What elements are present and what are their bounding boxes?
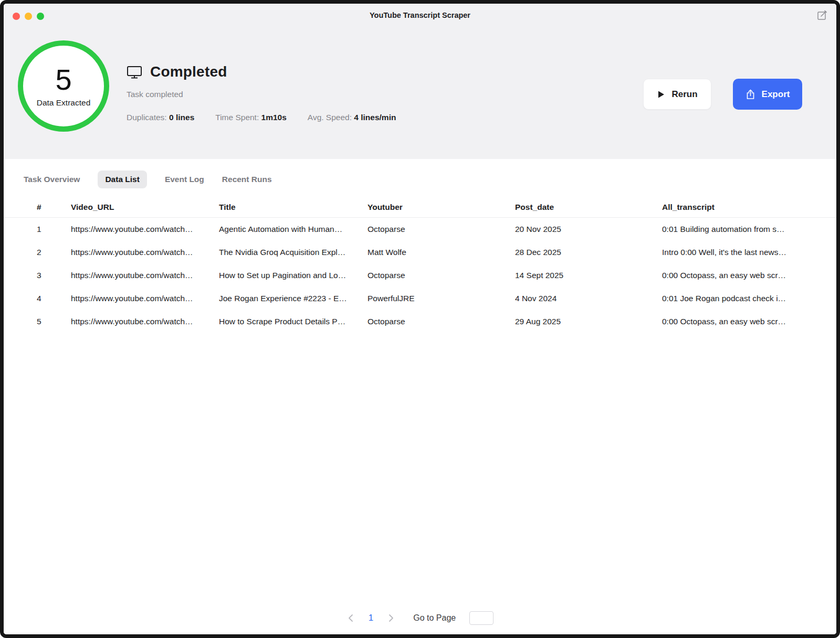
table-cell: Agentic Automation with Human… <box>219 225 368 234</box>
export-label: Export <box>762 89 790 100</box>
table-cell: 0:01 Building automation from s… <box>662 225 836 234</box>
table-cell: 14 Sept 2025 <box>515 271 662 280</box>
app-window: YouTube Transcript Scraper 5 Data Extrac… <box>0 0 840 638</box>
table-cell: 0:01 Joe Rogan podcast check i… <box>662 294 836 303</box>
rerun-label: Rerun <box>671 89 697 100</box>
tab-task-overview[interactable]: Task Overview <box>24 171 80 188</box>
export-share-icon <box>746 89 755 100</box>
play-icon <box>657 90 665 99</box>
window-title: YouTube Transcript Scraper <box>4 4 836 27</box>
tab-recent-runs[interactable]: Recent Runs <box>222 171 272 188</box>
tab-event-log[interactable]: Event Log <box>165 171 204 188</box>
table-row[interactable]: 1https://www.youtube.com/watch…Agentic A… <box>4 218 836 241</box>
status-row: Completed <box>127 63 227 80</box>
summary-header: 5 Data Extracted Completed Task complete… <box>4 27 836 159</box>
tab-bar: Task Overview Data List Event Log Recent… <box>4 159 836 188</box>
main-content: Task Overview Data List Event Log Recent… <box>4 159 836 634</box>
table-cell: How to Set up Pagination and Lo… <box>219 271 368 280</box>
col-header-youtuber: Youtuber <box>368 203 515 212</box>
table-header-row: # Video_URL Title Youtuber Post_date All… <box>4 197 836 218</box>
tab-data-list[interactable]: Data List <box>98 171 146 188</box>
table-cell: https://www.youtube.com/watch… <box>71 294 219 303</box>
go-to-page-input[interactable] <box>469 611 494 625</box>
rerun-button[interactable]: Rerun <box>643 79 711 110</box>
stat-label: Time Spent: <box>215 113 259 122</box>
table-cell: 20 Nov 2025 <box>515 225 662 234</box>
col-header-index: # <box>37 203 71 212</box>
table-cell: 28 Dec 2025 <box>515 248 662 257</box>
col-header-all-transcript: All_transcript <box>662 203 836 212</box>
table-cell: https://www.youtube.com/watch… <box>71 317 219 326</box>
table-cell: 29 Aug 2025 <box>515 317 662 326</box>
stat-label: Duplicates: <box>127 113 167 122</box>
table-cell: Intro 0:00 Well, it's the last news… <box>662 248 836 257</box>
table-cell: Joe Rogan Experience #2223 - E… <box>219 294 368 303</box>
table-cell: Octoparse <box>368 317 515 326</box>
table-cell: 0:00 Octopass, an easy web scr… <box>662 271 836 280</box>
status-title: Completed <box>150 63 227 80</box>
table-cell: https://www.youtube.com/watch… <box>71 271 219 280</box>
data-table: # Video_URL Title Youtuber Post_date All… <box>4 197 836 333</box>
export-button[interactable]: Export <box>733 79 802 110</box>
stats-line: Duplicates: 0 lines Time Spent: 1m10s Av… <box>127 113 396 122</box>
table-cell: 4 <box>37 294 71 303</box>
table-cell: https://www.youtube.com/watch… <box>71 248 219 257</box>
table-cell: PowerfulJRE <box>368 294 515 303</box>
table-cell: 4 Nov 2024 <box>515 294 662 303</box>
pagination: 1 Go to Page <box>4 611 836 625</box>
col-header-post-date: Post_date <box>515 203 662 212</box>
data-extracted-count: 5 <box>55 65 71 94</box>
stat-time-spent: Time Spent: 1m10s <box>215 113 287 122</box>
stat-avg-speed: Avg. Speed: 4 lines/min <box>308 113 396 122</box>
table-row[interactable]: 3https://www.youtube.com/watch…How to Se… <box>4 264 836 287</box>
edit-task-icon[interactable] <box>816 9 828 21</box>
titlebar: YouTube Transcript Scraper <box>4 4 836 27</box>
page-number[interactable]: 1 <box>369 613 373 623</box>
table-row[interactable]: 2https://www.youtube.com/watch…The Nvidi… <box>4 241 836 264</box>
table-cell: https://www.youtube.com/watch… <box>71 225 219 234</box>
col-header-video-url: Video_URL <box>71 203 219 212</box>
table-cell: 0:00 Octopass, an easy web scr… <box>662 317 836 326</box>
table-cell: 1 <box>37 225 71 234</box>
chevron-left-icon[interactable] <box>346 614 355 622</box>
monitor-icon <box>127 65 142 79</box>
go-to-page-label: Go to Page <box>413 613 456 623</box>
data-extracted-label: Data Extracted <box>37 98 91 108</box>
table-cell: Matt Wolfe <box>368 248 515 257</box>
table-cell: Octoparse <box>368 225 515 234</box>
chevron-right-icon[interactable] <box>387 614 395 622</box>
data-extracted-ring: 5 Data Extracted <box>18 40 109 132</box>
status-subtitle: Task completed <box>127 90 183 99</box>
table-body: 1https://www.youtube.com/watch…Agentic A… <box>4 218 836 333</box>
stat-value: 1m10s <box>261 113 287 122</box>
table-row[interactable]: 4https://www.youtube.com/watch…Joe Rogan… <box>4 287 836 310</box>
col-header-title: Title <box>219 203 368 212</box>
header-buttons: Rerun Export <box>643 79 802 110</box>
table-cell: 5 <box>37 317 71 326</box>
table-cell: 2 <box>37 248 71 257</box>
stat-label: Avg. Speed: <box>308 113 352 122</box>
table-cell: The Nvidia Groq Acquisition Expl… <box>219 248 368 257</box>
stat-value: 4 lines/min <box>354 113 396 122</box>
stat-value: 0 lines <box>169 113 194 122</box>
table-cell: Octoparse <box>368 271 515 280</box>
table-cell: How to Scrape Product Details P… <box>219 317 368 326</box>
table-cell: 3 <box>37 271 71 280</box>
table-row[interactable]: 5https://www.youtube.com/watch…How to Sc… <box>4 310 836 333</box>
stat-duplicates: Duplicates: 0 lines <box>127 113 194 122</box>
